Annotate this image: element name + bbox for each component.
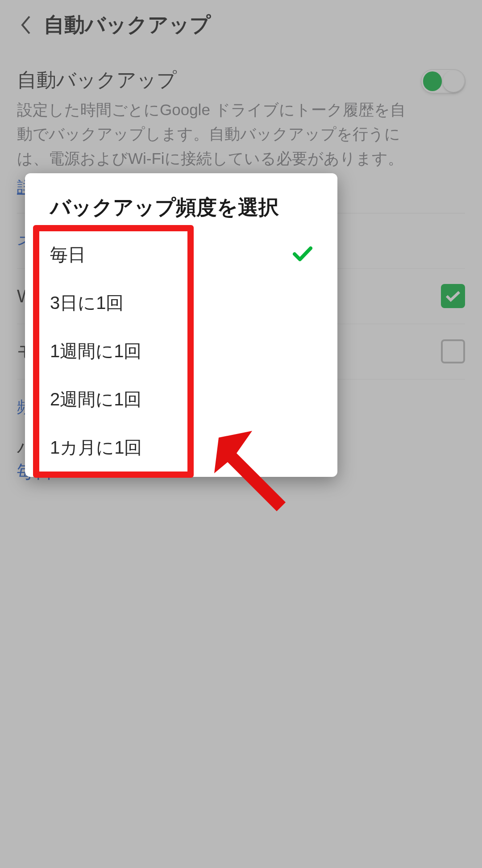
dialog-title: バックアップ頻度を選択 xyxy=(25,173,337,230)
option-label: 1カ月に1回 xyxy=(50,435,142,460)
option-label: 3日に1回 xyxy=(50,291,124,315)
option-1week[interactable]: 1週間に1回 xyxy=(25,327,337,375)
option-label: 1週間に1回 xyxy=(50,339,142,363)
option-2weeks[interactable]: 2週間に1回 xyxy=(25,375,337,423)
check-icon xyxy=(293,246,312,263)
option-label: 毎日 xyxy=(50,242,86,267)
option-label: 2週間に1回 xyxy=(50,387,142,412)
option-3days[interactable]: 3日に1回 xyxy=(25,279,337,327)
option-1month[interactable]: 1カ月に1回 xyxy=(25,423,337,472)
option-daily[interactable]: 毎日 xyxy=(25,230,337,279)
frequency-dialog: バックアップ頻度を選択 毎日 3日に1回 1週間に1回 2週間に1回 1カ月に1… xyxy=(25,173,337,477)
